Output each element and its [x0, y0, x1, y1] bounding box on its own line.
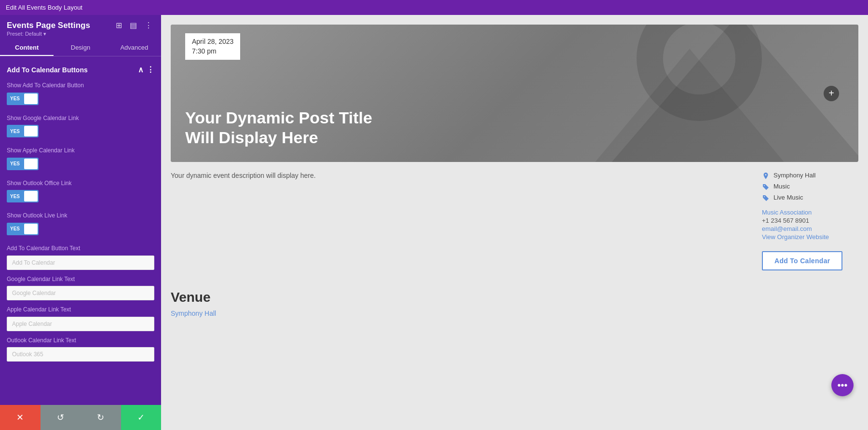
label-show-apple-calendar: Show Apple Calendar Link [7, 147, 154, 155]
toggle-knob-2 [24, 159, 38, 169]
sidebar-icon-expand[interactable]: ⊞ [114, 20, 124, 31]
toggle-outlook-office[interactable]: YES [7, 190, 39, 202]
top-bar-title: Edit All Events Body Layout [6, 4, 82, 11]
toggle-add-to-calendar[interactable]: YES [7, 93, 39, 105]
toggle-outlook-live[interactable]: YES [7, 223, 39, 235]
redo-icon: ↻ [97, 412, 104, 423]
setting-show-add-to-calendar: Show Add To Calendar Button YES [0, 78, 161, 111]
main-layout: Events Page Settings ⊞ ▤ ⋮ Preset: Defau… [0, 15, 868, 430]
toggle-yes-label-1: YES [7, 125, 23, 137]
meta-category-music: Music [762, 183, 858, 191]
sidebar: Events Page Settings ⊞ ▤ ⋮ Preset: Defau… [0, 15, 161, 430]
tab-design[interactable]: Design [54, 40, 107, 56]
setting-show-outlook-live: Show Outlook Live Link YES [0, 208, 161, 241]
label-apple-calendar-text: Apple Calendar Link Text [7, 306, 154, 314]
toggle-knob-1 [24, 126, 38, 136]
close-button[interactable]: ✕ [0, 405, 41, 430]
section-collapse-btn[interactable]: ∧ [138, 65, 144, 74]
meta-category-live-music: Live Music [762, 194, 858, 202]
organizer-phone: +1 234 567 8901 [762, 217, 858, 224]
sidebar-title: Events Page Settings [7, 21, 90, 30]
fab-dots-icon: ••• [837, 380, 847, 391]
toggle-wrap-outlook-live: YES [7, 223, 154, 235]
tag-icon-music [762, 183, 770, 191]
date-line2: 7:30 pm [192, 47, 233, 56]
sidebar-icon-more[interactable]: ⋮ [143, 20, 154, 31]
toggle-knob-3 [24, 191, 38, 202]
sidebar-preset[interactable]: Preset: Default ▾ [7, 31, 154, 37]
top-bar: Edit All Events Body Layout [0, 0, 868, 15]
close-icon: ✕ [16, 412, 24, 423]
sidebar-tabs: Content Design Advanced [0, 40, 161, 56]
main-content: April 28, 2023 7:30 pm Your Dynamic Post… [161, 15, 868, 430]
location-icon [762, 172, 770, 180]
setting-show-apple-calendar: Show Apple Calendar Link YES [0, 143, 161, 176]
venue-title: Venue [171, 290, 858, 305]
event-meta-sidebar: Symphony Hall Music Live Music Mus [762, 172, 858, 270]
toggle-yes-label-2: YES [7, 158, 23, 170]
save-icon: ✓ [137, 412, 145, 423]
label-show-add-to-calendar: Show Add To Calendar Button [7, 82, 154, 90]
organizer-email-link[interactable]: email@email.com [762, 225, 858, 232]
toggle-apple-calendar[interactable]: YES [7, 158, 39, 170]
toggle-knob-4 [24, 224, 38, 234]
label-show-outlook-office: Show Outlook Office Link [7, 180, 154, 188]
venue-name-link[interactable]: Symphony Hall [171, 309, 216, 317]
bottom-bar: ✕ ↺ ↻ ✓ [0, 405, 161, 430]
meta-location-text: Symphony Hall [773, 172, 815, 179]
toggle-yes-label-0: YES [7, 93, 23, 105]
toggle-yes-label-4: YES [7, 223, 23, 235]
setting-show-google-calendar: Show Google Calendar Link YES [0, 111, 161, 144]
meta-category-music-text: Music [773, 183, 790, 190]
hero-plus-button[interactable]: + [824, 86, 839, 101]
date-line1: April 28, 2023 [192, 37, 233, 47]
section-dots-btn[interactable]: ⋮ [147, 65, 154, 74]
save-button[interactable]: ✓ [121, 405, 162, 430]
toggle-wrap-outlook-office: YES [7, 190, 154, 202]
tab-content[interactable]: Content [0, 40, 54, 56]
event-hero: April 28, 2023 7:30 pm Your Dynamic Post… [171, 25, 858, 162]
input-google-calendar-text[interactable] [7, 286, 154, 300]
tab-advanced[interactable]: Advanced [108, 40, 161, 56]
undo-button[interactable]: ↺ [41, 405, 81, 430]
fab-button[interactable]: ••• [831, 374, 854, 396]
setting-google-calendar-text: Google Calendar Link Text [0, 272, 161, 303]
setting-outlook-calendar-text: Outlook Calendar Link Text [0, 333, 161, 364]
section-header-calendar: Add To Calendar Buttons ∧ ⋮ [0, 61, 161, 78]
organizer-website-link[interactable]: View Organizer Website [762, 233, 858, 241]
venue-section: Venue Symphony Hall [171, 290, 858, 318]
tag-icon-live-music [762, 194, 770, 202]
meta-category-live-music-text: Live Music [773, 194, 803, 201]
event-body: Your dynamic event description will disp… [171, 172, 858, 270]
organizer-name-link[interactable]: Music Association [762, 209, 858, 216]
toggle-knob-0 [24, 94, 38, 104]
label-outlook-calendar-text: Outlook Calendar Link Text [7, 337, 154, 345]
setting-apple-calendar-text: Apple Calendar Link Text [0, 302, 161, 333]
section-title: Add To Calendar Buttons [7, 66, 88, 74]
toggle-wrap-google-calendar: YES [7, 125, 154, 137]
add-to-calendar-button[interactable]: Add To Calendar [762, 251, 842, 270]
setting-show-outlook-office: Show Outlook Office Link YES [0, 176, 161, 209]
toggle-google-calendar[interactable]: YES [7, 125, 39, 137]
event-description: Your dynamic event description will disp… [171, 172, 743, 270]
toggle-wrap-add-to-calendar: YES [7, 93, 154, 105]
label-google-calendar-text: Google Calendar Link Text [7, 276, 154, 283]
input-outlook-calendar-text[interactable] [7, 347, 154, 362]
setting-add-to-calendar-text: Add To Calendar Button Text [0, 241, 161, 272]
organizer-section: Music Association +1 234 567 8901 email@… [762, 209, 858, 241]
label-show-outlook-live: Show Outlook Live Link [7, 212, 154, 220]
hero-title: Your Dynamic Post Title Will Display Her… [185, 108, 378, 148]
sidebar-header: Events Page Settings ⊞ ▤ ⋮ Preset: Defau… [0, 15, 161, 40]
sidebar-content: Add To Calendar Buttons ∧ ⋮ Show Add To … [0, 56, 161, 405]
label-show-google-calendar: Show Google Calendar Link [7, 115, 154, 122]
redo-button[interactable]: ↻ [81, 405, 121, 430]
meta-location: Symphony Hall [762, 172, 858, 180]
sidebar-icon-columns[interactable]: ▤ [128, 20, 139, 31]
section-controls: ∧ ⋮ [138, 65, 154, 74]
toggle-wrap-apple-calendar: YES [7, 158, 154, 170]
input-add-to-calendar-text[interactable] [7, 255, 154, 270]
input-apple-calendar-text[interactable] [7, 317, 154, 331]
hero-shape-triangle-2 [569, 49, 810, 162]
undo-icon: ↺ [57, 412, 64, 423]
date-badge: April 28, 2023 7:30 pm [185, 33, 240, 60]
